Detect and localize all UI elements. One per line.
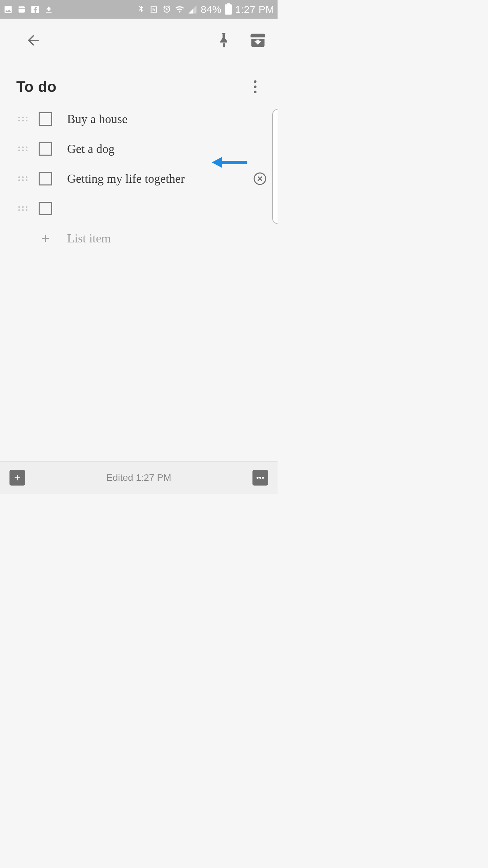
checkbox[interactable] <box>39 142 52 156</box>
checkbox[interactable] <box>39 202 52 215</box>
battery-icon <box>225 4 232 15</box>
add-item-placeholder: List item <box>67 231 111 245</box>
svg-point-8 <box>262 477 264 479</box>
svg-point-0 <box>254 80 257 83</box>
add-content-button[interactable] <box>9 470 25 486</box>
list-item[interactable]: Get a dog <box>7 134 270 164</box>
add-list-item[interactable]: List item <box>7 223 270 253</box>
svg-point-1 <box>254 85 257 88</box>
app-bar <box>0 19 278 62</box>
drag-handle-icon[interactable] <box>18 206 29 211</box>
note-title[interactable]: To do <box>16 78 57 95</box>
edited-timestamp: Edited 1:27 PM <box>25 472 252 483</box>
checkbox[interactable] <box>39 172 52 185</box>
svg-point-6 <box>257 477 259 479</box>
list-item[interactable] <box>7 194 270 223</box>
archive-button[interactable] <box>248 30 268 51</box>
edge-panel-handle[interactable] <box>272 109 278 224</box>
bluetooth-icon <box>136 5 146 14</box>
nfc-icon <box>149 5 159 14</box>
bottom-more-button[interactable] <box>252 470 268 486</box>
alarm-icon <box>162 5 171 14</box>
item-text[interactable]: Buy a house <box>67 112 127 126</box>
item-text[interactable]: Getting my life together <box>67 172 185 186</box>
pin-button[interactable] <box>214 30 234 51</box>
svg-point-2 <box>254 91 257 93</box>
drag-handle-icon[interactable] <box>18 176 29 181</box>
facebook-icon <box>30 5 40 14</box>
status-time: 1:27 PM <box>235 4 274 15</box>
battery-percent: 84% <box>201 4 222 15</box>
list-item[interactable]: Getting my life together <box>7 164 270 194</box>
android-status-bar: 84% 1:27 PM <box>0 0 278 19</box>
svg-point-7 <box>259 477 261 479</box>
plus-icon <box>39 232 52 245</box>
back-button[interactable] <box>23 30 43 51</box>
drag-handle-icon[interactable] <box>18 146 29 151</box>
download-icon <box>44 5 54 14</box>
more-options-button[interactable] <box>247 79 263 95</box>
item-text[interactable]: Get a dog <box>67 142 115 156</box>
drag-handle-icon[interactable] <box>18 117 29 121</box>
delete-item-button[interactable] <box>252 171 267 186</box>
bottom-toolbar: Edited 1:27 PM <box>0 461 278 494</box>
image-icon <box>3 5 13 14</box>
wifi-icon <box>175 5 184 14</box>
checklist: Buy a house Get a dog Getting my life to… <box>7 104 270 253</box>
checkbox[interactable] <box>39 112 52 126</box>
galaxy-apps-icon <box>17 5 26 14</box>
list-item[interactable]: Buy a house <box>7 104 270 134</box>
note-content: To do Buy a house Get a dog Getting my l… <box>0 62 278 461</box>
signal-icon <box>188 5 197 14</box>
